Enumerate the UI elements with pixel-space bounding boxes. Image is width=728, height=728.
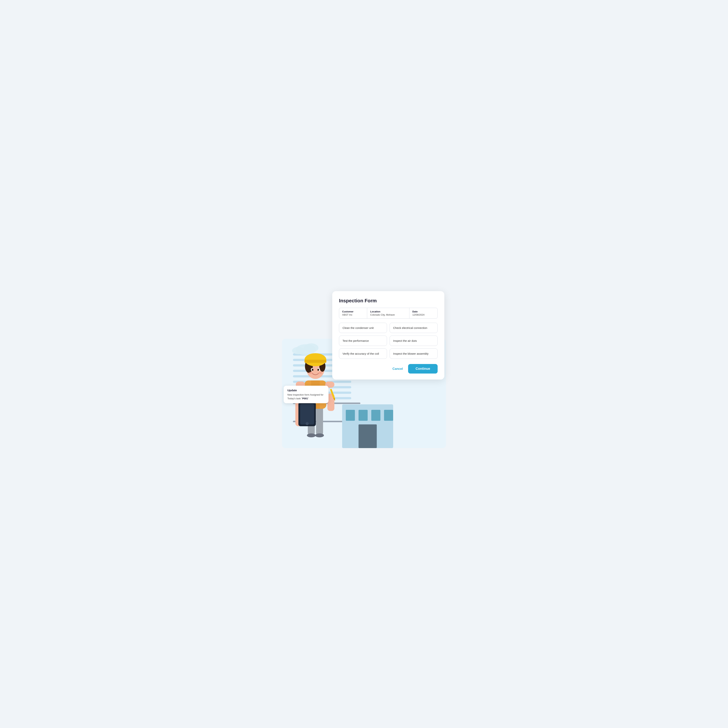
notification-popup: Update New inspection form Assigned for … [284, 386, 329, 403]
svg-rect-22 [316, 407, 323, 435]
svg-point-38 [304, 353, 326, 366]
svg-point-45 [318, 372, 322, 374]
info-table: Customer ABST Inc Location Colorado City… [339, 308, 437, 318]
cancel-button[interactable]: Cancel [392, 367, 403, 371]
task-item-2: Test the performance [339, 336, 387, 346]
svg-rect-13 [346, 410, 355, 421]
notification-body: New inspection form Assigned for Today's… [288, 393, 325, 400]
task-item-4: Verify the accuracy of the coil [339, 349, 387, 359]
task-item-5: Inspect the blower assembly [390, 349, 437, 359]
task-item-1: Check electrical connection [390, 323, 437, 333]
inspection-form-modal: Inspection Form Customer ABST Inc Locati… [332, 291, 444, 379]
location-value: Colorado City, Mohave [370, 314, 406, 316]
svg-rect-32 [300, 404, 314, 425]
date-value: 12/08/2024 [412, 314, 434, 316]
notification-task-id: P001 [302, 397, 308, 400]
tasks-grid: Clean the condenser unitCheck electrical… [339, 323, 437, 359]
location-label: Location [370, 310, 406, 313]
modal-title: Inspection Form [339, 298, 437, 304]
svg-rect-14 [359, 410, 368, 421]
location-cell: Location Colorado City, Mohave [367, 308, 409, 318]
svg-point-43 [317, 369, 319, 371]
svg-rect-39 [304, 360, 326, 363]
task-item-0: Clean the condenser unit [339, 323, 387, 333]
task-item-3: Inspect the air duts [390, 336, 437, 346]
date-label: Date [412, 310, 434, 313]
date-cell: Date 12/08/2024 [410, 308, 437, 318]
actions-row: Cancel Continue [339, 364, 437, 373]
svg-rect-17 [359, 424, 377, 448]
svg-point-44 [309, 372, 312, 374]
continue-button[interactable]: Continue [408, 364, 437, 373]
svg-point-23 [307, 433, 316, 437]
notification-title: Update [288, 388, 325, 392]
customer-label: Customer [342, 310, 364, 313]
svg-rect-15 [371, 410, 381, 421]
svg-point-41 [312, 369, 314, 371]
svg-point-24 [315, 433, 324, 437]
svg-point-33 [306, 422, 309, 425]
customer-value: ABST Inc [342, 314, 364, 316]
customer-cell: Customer ABST Inc [339, 308, 367, 318]
scene: Inspection Form Customer ABST Inc Locati… [280, 280, 448, 448]
svg-rect-16 [384, 410, 393, 421]
